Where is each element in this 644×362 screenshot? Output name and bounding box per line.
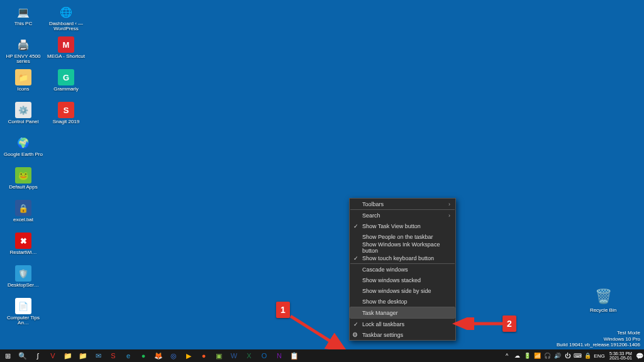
menu-item[interactable]: ✓Show Task View button [350,221,455,231]
desktop-icon[interactable]: 🖨️HP ENVY 4500 series [3,35,44,67]
menu-item[interactable]: ✓Show touch keyboard button [350,253,455,263]
taskbar-app-icon[interactable]: 📋 [287,349,302,362]
desktop-icon[interactable]: GGrammarly [45,68,87,99]
language-indicator[interactable]: ENG [592,353,606,359]
recycle-bin-icon: 🗑️ [594,287,613,306]
taskbar-context-menu[interactable]: Toolbars›Search›✓Show Task View buttonSh… [349,198,456,341]
taskbar-app-icon[interactable]: 🦊 [151,349,166,362]
menu-item-label: Show People on the taskbar [362,234,433,240]
check-icon: ✓ [353,223,358,229]
taskbar-app-icon[interactable]: e [121,349,136,362]
desktop-icon[interactable]: 🔒excel.bat [3,199,44,230]
desktop-icon-glyph: 📁 [15,69,31,85]
tray-icon[interactable]: ⏻ [562,349,572,362]
tray-icon[interactable]: 🎧 [542,349,552,362]
menu-item[interactable]: Show windows side by side [350,285,455,296]
taskbar-app-icon[interactable]: V [45,349,60,362]
chevron-right-icon: › [448,212,450,219]
taskbar-app-icon[interactable]: ▣ [211,349,226,362]
desktop-icon[interactable]: 🌐Dashboard ‹ — WordPress [45,3,87,34]
desktop-icon[interactable]: 🌍Google Earth Pro [3,133,44,165]
desktop-icon-glyph: 🖨️ [15,36,31,53]
menu-item[interactable]: Task Manager [350,307,455,318]
desktop-icon[interactable]: SSnagit 2019 [45,101,87,132]
menu-item-label: Cascade windows [362,266,408,273]
desktop-icon[interactable]: ⚙️Control Panel [3,101,44,132]
chevron-right-icon: › [448,201,450,207]
desktop[interactable]: 💻This PC🖨️HP ENVY 4500 series📁Icons⚙️Con… [0,0,644,362]
desktop-icon[interactable]: 📄Computer Tips An… [3,297,44,328]
menu-item[interactable]: Show windows stacked [350,275,455,285]
desktop-icon[interactable]: 💻This PC [3,3,44,34]
action-center-icon[interactable]: 💬 [635,353,644,359]
menu-item[interactable]: Show the desktop [350,296,455,307]
tray-icon[interactable]: 🔒 [582,349,592,362]
menu-item-label: Task Manager [362,310,398,316]
desktop-icon-glyph: ✖ [15,233,31,249]
desktop-icon-label: Icons [17,87,29,92]
desktop-icon[interactable]: 🛡️DesktopSer… [3,264,44,295]
tray-icon[interactable]: 📶 [532,349,542,362]
taskbar-app-icon[interactable]: 📁 [60,349,75,362]
annotation-arrow-2 [452,317,508,330]
tray-icon[interactable]: ⌨ [572,349,582,362]
menu-item[interactable]: ⚙Taskbar settings [350,329,455,340]
tray-icon[interactable]: 🔋 [522,349,532,362]
desktop-icon[interactable]: MMEGA - Shortcut [45,35,87,67]
desktop-icon[interactable]: ✖RestartWi… [3,231,44,263]
taskbar-pinned-apps: ∫V📁📁✉Se●🦊◎▶●▣WXON📋 [30,349,302,362]
desktop-icon[interactable]: 🐸Default Apps [3,166,44,197]
tray-chevron-icon[interactable]: ^ [502,349,512,362]
menu-item[interactable]: ✓Lock all taskbars [350,319,455,329]
start-button[interactable]: ⊞ [0,349,15,362]
taskbar-app-icon[interactable]: W [226,349,242,362]
menu-item[interactable]: Search› [350,210,455,221]
desktop-icon-glyph: 🌍 [15,134,31,151]
taskbar-app-icon[interactable]: ◎ [166,349,181,362]
menu-item-label: Taskbar settings [362,332,403,338]
taskbar[interactable]: ⊞ 🔍 ∫V📁📁✉Se●🦊◎▶●▣WXON📋 ^ ☁🔋📶🎧🔊⏻⌨🔒 ENG 5:… [0,349,644,362]
search-button[interactable]: 🔍 [15,349,30,362]
desktop-icon-grid: 💻This PC🖨️HP ENVY 4500 series📁Icons⚙️Con… [3,3,87,328]
desktop-icon-label: Grammarly [53,87,79,92]
desktop-icon-label: DesktopSer… [8,283,39,288]
taskbar-app-icon[interactable]: ∫ [30,349,45,362]
desktop-icon-label: Google Earth Pro [4,152,43,157]
desktop-icon-label: This PC [14,21,32,26]
tray-icons: ☁🔋📶🎧🔊⏻⌨🔒 [512,349,592,362]
desktop-icon-glyph: S [58,102,74,118]
desktop-icon-glyph: ⚙️ [15,102,31,118]
taskbar-app-icon[interactable]: ● [196,349,211,362]
desktop-icon-label: Snagit 2019 [53,119,80,124]
taskbar-app-icon[interactable]: 📁 [75,349,91,362]
taskbar-app-icon[interactable]: O [257,349,272,362]
desktop-icon-glyph: M [58,36,74,53]
taskbar-clock[interactable]: 5:36:33 PM 2021-05-01 [606,351,635,360]
menu-item-label: Show windows side by side [362,288,431,294]
menu-item-label: Show Task View button [362,223,421,229]
taskbar-app-icon[interactable]: ● [136,349,151,362]
desktop-icon-label: HP ENVY 4500 series [3,54,43,64]
menu-item[interactable]: Toolbars› [350,199,455,209]
menu-item[interactable]: Show People on the taskbar [350,231,455,242]
desktop-icon-glyph: 🐸 [15,167,31,184]
desktop-icon-glyph: 🌐 [58,4,74,20]
recycle-bin-label: Recycle Bin [582,307,624,313]
tray-icon[interactable]: ☁ [512,349,522,362]
recycle-bin[interactable]: 🗑️ Recycle Bin [582,287,624,313]
taskbar-app-icon[interactable]: X [242,349,257,362]
tray-icon[interactable]: 🔊 [552,349,562,362]
system-tray[interactable]: ^ ☁🔋📶🎧🔊⏻⌨🔒 ENG 5:36:33 PM 2021-05-01 💬 [502,349,644,362]
menu-item[interactable]: Show Windows Ink Workspace button [350,242,455,253]
taskbar-app-icon[interactable]: S [106,349,121,362]
taskbar-app-icon[interactable]: N [272,349,287,362]
desktop-icon-label: MEGA - Shortcut [47,54,85,59]
watermark-line3: Build 19041.vb_release.191206-1406 [557,342,640,348]
desktop-icon-glyph: G [58,69,74,85]
taskbar-app-icon[interactable]: ✉ [91,349,106,362]
menu-item[interactable]: Cascade windows [350,264,455,275]
watermark-line2: Windows 10 Pro [557,336,640,343]
menu-item-label: Show touch keyboard button [362,255,434,261]
desktop-icon[interactable]: 📁Icons [3,68,44,99]
taskbar-app-icon[interactable]: ▶ [181,349,196,362]
